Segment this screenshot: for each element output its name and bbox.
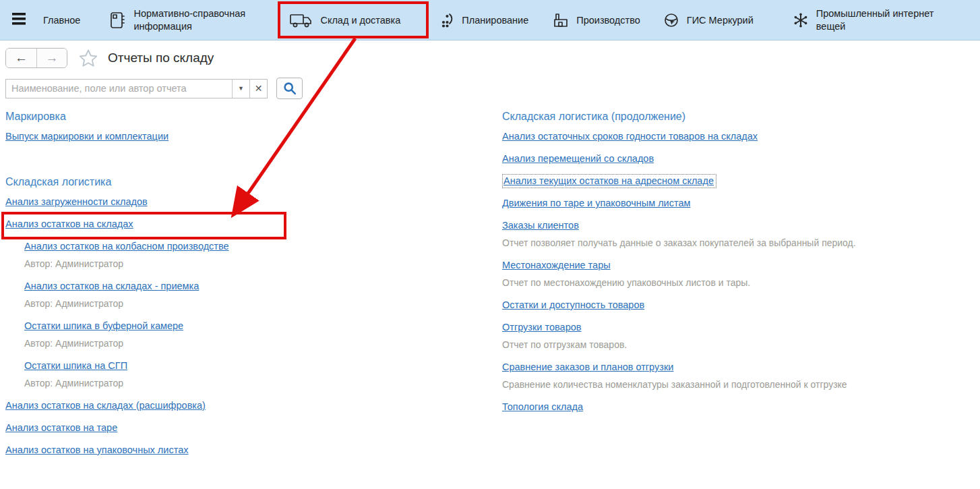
tab-warehouse-delivery[interactable]: Склад и доставка xyxy=(288,11,400,30)
tab-gis-mercury[interactable]: ГИС Меркурий xyxy=(663,12,754,28)
section-warehouse-logistics-continued: Складская логистика (продолжение) Анализ… xyxy=(502,109,980,413)
report-link[interactable]: Анализ остатков на упаковочных листах xyxy=(5,444,188,455)
report-link[interactable]: Анализ текущих остатков на адресном скла… xyxy=(502,174,716,188)
tab-label: Производство xyxy=(576,15,640,26)
report-link[interactable]: Анализ перемещений со складов xyxy=(502,153,654,164)
top-nav-bar: Главное Нормативно-справочная информация… xyxy=(0,0,980,40)
report-item: Анализ остатков на складах - приемка Авт… xyxy=(24,279,502,310)
report-item: Заказы клиентов Отчет позволяет получать… xyxy=(502,219,980,250)
report-description: Отчет по местонахождению упаковочных лис… xyxy=(502,277,980,289)
tab-main[interactable]: Главное xyxy=(43,15,80,26)
report-item: Остатки и доступность товаров xyxy=(502,298,980,312)
toolbar: ← → Отчеты по складу xyxy=(5,47,980,69)
search-clear-button[interactable]: ✕ xyxy=(249,80,267,98)
report-item: Анализ остатков на таре xyxy=(5,421,502,434)
report-item: Сравнение заказов и планов отгрузки Срав… xyxy=(502,360,980,391)
page-title: Отчеты по складу xyxy=(108,51,214,65)
left-column: Маркировка Выпуск маркировки и комплекта… xyxy=(5,109,502,488)
section-header: Складская логистика (продолжение) xyxy=(502,109,980,124)
report-description: Отчет по отгрузкам товаров. xyxy=(502,339,980,351)
report-item: Анализ остатков на упаковочных листах xyxy=(5,443,502,457)
report-link[interactable]: Остатки шпика в буферной камере xyxy=(24,320,183,331)
section-warehouse-logistics: Складская логистика Анализ загруженности… xyxy=(5,175,502,457)
author-label: Автор: Администратор xyxy=(24,297,502,310)
tab-reference-info[interactable]: Нормативно-справочная информация xyxy=(109,7,268,33)
iot-asterisk-icon xyxy=(793,12,809,28)
author-label: Автор: Администратор xyxy=(24,258,502,270)
report-item: Анализ остатков на колбасном производств… xyxy=(24,239,502,270)
report-link[interactable]: Анализ остатков на складах - приемка xyxy=(24,281,199,291)
tab-label: ГИС Меркурий xyxy=(687,15,754,26)
tab-label: Нормативно-справочная информация xyxy=(133,7,268,33)
tab-industrial-iot[interactable]: Промышленный интернет вещей xyxy=(793,7,944,33)
section-header: Складская логистика xyxy=(5,175,502,190)
report-item: Анализ остатков на складах (расшифровка) xyxy=(5,399,502,412)
page-content: ← → Отчеты по складу ▼ ✕ Марк xyxy=(0,40,980,488)
tab-label: Промышленный интернет вещей xyxy=(816,7,944,33)
report-item: Местонахождение тары Отчет по местонахож… xyxy=(502,258,980,289)
report-item: Анализ остаточных сроков годности товаро… xyxy=(502,130,980,143)
report-link[interactable]: Сравнение заказов и планов отгрузки xyxy=(502,362,673,372)
search-row: ▼ ✕ xyxy=(5,78,980,99)
report-item: Отгрузки товаров Отчет по отгрузкам това… xyxy=(502,320,980,351)
tab-planning[interactable]: Планирование xyxy=(439,11,528,29)
report-item: Анализ перемещений со складов xyxy=(502,152,980,165)
report-link[interactable]: Выпуск маркировки и комплектации xyxy=(5,131,169,142)
author-label: Автор: Администратор xyxy=(24,337,502,350)
report-item: Остатки шпика в буферной камере Автор: А… xyxy=(24,319,502,350)
history-buttons: ← → xyxy=(5,48,67,68)
factory-icon xyxy=(553,11,569,29)
report-link[interactable]: Местонахождение тары xyxy=(502,260,611,270)
report-link[interactable]: Остатки и доступность товаров xyxy=(502,299,644,310)
author-label: Автор: Администратор xyxy=(24,377,502,390)
report-link[interactable]: Анализ остаточных сроков годности товаро… xyxy=(502,131,758,142)
report-item-highlighted: Анализ остатков на складах xyxy=(5,217,502,231)
report-item: Выпуск маркировки и комплектации xyxy=(5,130,502,143)
report-link[interactable]: Заказы клиентов xyxy=(502,220,579,231)
section-header: Маркировка xyxy=(5,109,502,124)
dots-icon xyxy=(439,11,454,29)
notebook-icon xyxy=(109,11,126,30)
search-button[interactable] xyxy=(276,78,303,99)
globe-icon xyxy=(663,12,679,28)
report-item: Топология склада xyxy=(502,400,980,413)
tab-label: Склад и доставка xyxy=(320,15,400,26)
menu-icon[interactable] xyxy=(12,13,27,28)
forward-button[interactable]: → xyxy=(36,49,67,67)
favorite-star-icon[interactable] xyxy=(78,49,98,68)
report-description: Отчет позволяет получать данные о заказа… xyxy=(502,237,980,250)
back-button[interactable]: ← xyxy=(6,49,36,67)
tab-label: Планирование xyxy=(462,15,528,26)
search-input[interactable] xyxy=(6,80,232,98)
report-link[interactable]: Анализ остатков на таре xyxy=(5,422,117,433)
report-item: Анализ загруженности складов xyxy=(5,195,502,208)
report-link[interactable]: Анализ остатков на складах (расшифровка) xyxy=(5,400,206,411)
report-description: Сравнение количества номенклатуры заказа… xyxy=(502,378,980,391)
search-icon xyxy=(282,81,297,96)
report-link[interactable]: Анализ остатков на колбасном производств… xyxy=(24,241,229,252)
search-dropdown-button[interactable]: ▼ xyxy=(232,80,249,98)
search-field: ▼ ✕ xyxy=(5,79,268,98)
section-marking: Маркировка Выпуск маркировки и комплекта… xyxy=(5,109,502,143)
report-link[interactable]: Движения по таре и упаковочным листам xyxy=(502,198,690,208)
report-link[interactable]: Анализ остатков на складах xyxy=(5,219,133,229)
tab-label: Главное xyxy=(43,15,80,26)
truck-icon xyxy=(288,11,313,30)
report-link[interactable]: Остатки шпика на СГП xyxy=(24,360,127,371)
report-item-focused: Анализ текущих остатков на адресном скла… xyxy=(502,174,980,188)
report-link[interactable]: Топология склада xyxy=(502,401,583,412)
report-columns: Маркировка Выпуск маркировки и комплекта… xyxy=(5,109,980,488)
report-item: Движения по таре и упаковочным листам xyxy=(502,196,980,210)
report-link[interactable]: Отгрузки товаров xyxy=(502,322,581,333)
tab-production[interactable]: Производство xyxy=(553,11,640,29)
right-column: Складская логистика (продолжение) Анализ… xyxy=(502,109,980,488)
report-item: Остатки шпика на СГП Автор: Администрато… xyxy=(24,359,502,390)
report-link[interactable]: Анализ загруженности складов xyxy=(5,196,148,207)
